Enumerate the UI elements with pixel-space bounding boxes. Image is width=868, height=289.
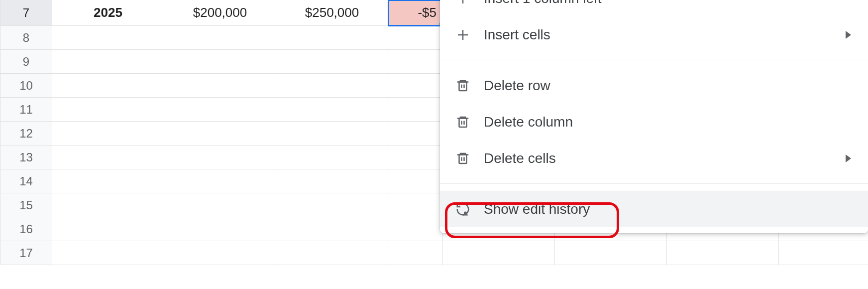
cell[interactable] (276, 122, 388, 145)
menu-delete-column[interactable]: Delete column (440, 104, 868, 140)
cell[interactable] (164, 50, 276, 74)
cell[interactable] (164, 122, 276, 145)
row-header-15[interactable]: 15 (0, 193, 52, 217)
cell-A7[interactable]: 2025 (52, 0, 164, 26)
menu-delete-row[interactable]: Delete row (440, 67, 868, 104)
cell[interactable] (164, 241, 276, 265)
cell-C7[interactable]: $250,000 (276, 0, 388, 26)
plus-icon (454, 0, 472, 7)
menu-separator (440, 60, 868, 60)
trash-icon (454, 149, 472, 167)
row-header-13[interactable]: 13 (0, 145, 52, 169)
submenu-arrow-icon (846, 31, 851, 39)
cell[interactable] (164, 26, 276, 50)
cell[interactable] (276, 98, 388, 122)
cell[interactable] (164, 193, 276, 217)
row-header-8[interactable]: 8 (0, 26, 52, 50)
cell[interactable] (276, 193, 388, 217)
row-header-16[interactable]: 16 (0, 217, 52, 241)
row-header-9[interactable]: 9 (0, 50, 52, 74)
cell[interactable] (52, 241, 164, 265)
cell[interactable] (276, 217, 388, 241)
cell[interactable] (388, 74, 443, 98)
cell[interactable] (276, 169, 388, 193)
plus-icon (454, 26, 472, 44)
cell[interactable] (164, 145, 276, 169)
svg-rect-4 (459, 82, 467, 91)
cell[interactable] (52, 145, 164, 169)
cell[interactable] (52, 169, 164, 193)
svg-rect-7 (459, 118, 467, 127)
menu-label: Delete column (484, 114, 854, 130)
cell[interactable] (276, 145, 388, 169)
cell-D7-selected[interactable]: -$5 (388, 0, 443, 26)
cell[interactable] (388, 217, 443, 241)
menu-delete-cells[interactable]: Delete cells (440, 140, 868, 176)
cell[interactable] (52, 98, 164, 122)
submenu-arrow-icon (846, 154, 851, 162)
cell[interactable] (276, 241, 388, 265)
cell[interactable] (388, 26, 443, 50)
cell[interactable] (388, 98, 443, 122)
cell[interactable] (276, 50, 388, 74)
menu-label: Insert 1 column left (484, 0, 854, 6)
menu-show-edit-history[interactable]: Show edit history (440, 191, 868, 227)
menu-label: Show edit history (484, 201, 854, 217)
menu-label: Delete row (484, 78, 854, 94)
spreadsheet-grid: 7 2025 $200,000 $250,000 -$5 8 9 10 11 1… (0, 0, 868, 289)
cell[interactable] (164, 98, 276, 122)
row-header-12[interactable]: 12 (0, 122, 52, 145)
cell[interactable] (388, 193, 443, 217)
cell[interactable] (52, 217, 164, 241)
row-header-7[interactable]: 7 (0, 0, 52, 26)
cell[interactable] (164, 74, 276, 98)
trash-icon (454, 113, 472, 131)
row-header-14[interactable]: 14 (0, 169, 52, 193)
menu-label: Delete cells (484, 150, 846, 166)
row-header-17[interactable]: 17 (0, 241, 52, 265)
cell[interactable] (52, 122, 164, 145)
menu-insert-column-left[interactable]: Insert 1 column left (440, 0, 868, 16)
trash-icon (454, 77, 472, 95)
row-header-11[interactable]: 11 (0, 98, 52, 122)
cell[interactable] (779, 241, 868, 265)
cell[interactable] (388, 169, 443, 193)
cell[interactable] (52, 74, 164, 98)
cell[interactable] (52, 26, 164, 50)
cell[interactable] (667, 241, 779, 265)
cell[interactable] (388, 145, 443, 169)
cell[interactable] (164, 169, 276, 193)
cell[interactable] (388, 122, 443, 145)
cell[interactable] (164, 217, 276, 241)
cell[interactable] (388, 50, 443, 74)
context-menu: Insert 1 column left Insert cells Delete… (440, 0, 868, 233)
menu-label: Insert cells (484, 27, 846, 43)
cell[interactable] (276, 26, 388, 50)
cell[interactable] (443, 241, 555, 265)
cell[interactable] (52, 193, 164, 217)
row-17: 17 (0, 241, 868, 265)
row-header-10[interactable]: 10 (0, 74, 52, 98)
cell-B7[interactable]: $200,000 (164, 0, 276, 26)
history-icon (454, 200, 472, 218)
cell[interactable] (388, 241, 443, 265)
cell[interactable] (555, 241, 667, 265)
cell[interactable] (52, 50, 164, 74)
cell[interactable] (276, 74, 388, 98)
svg-rect-10 (459, 154, 467, 163)
menu-separator (440, 183, 868, 184)
menu-insert-cells[interactable]: Insert cells (440, 16, 868, 53)
